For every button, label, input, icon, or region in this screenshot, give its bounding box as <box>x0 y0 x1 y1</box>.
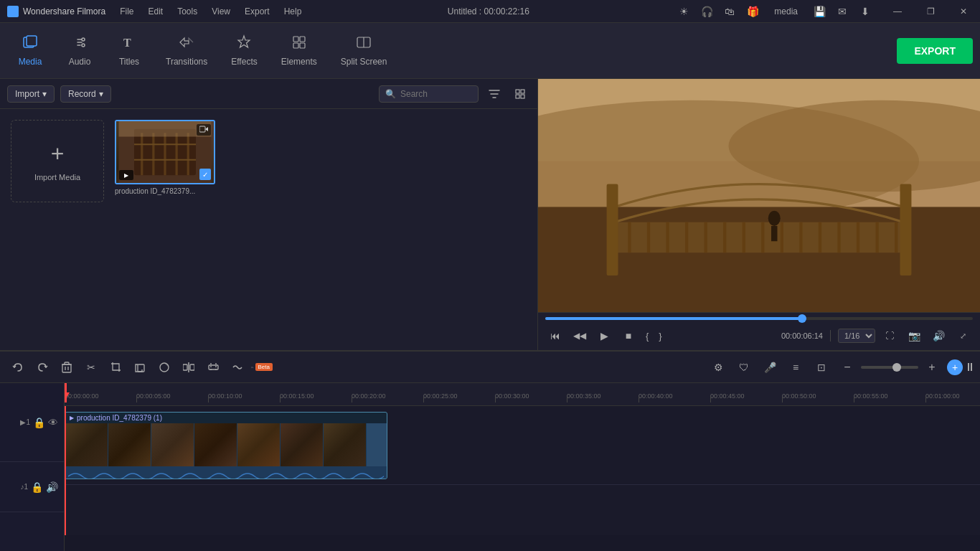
menu-tools[interactable]: Tools <box>170 0 204 23</box>
menu-view[interactable]: View <box>204 0 237 23</box>
redo-button[interactable] <box>32 357 53 378</box>
mic-button[interactable]: 🎤 <box>759 357 781 378</box>
preview-video <box>538 79 980 312</box>
play-overlay-icon: ▶ <box>119 170 133 180</box>
copy-button[interactable] <box>129 357 151 378</box>
bracket-left: { <box>643 331 651 342</box>
titles-label: Titles <box>119 57 139 67</box>
ruler-mark-6: 00:00:30:00 <box>495 392 529 400</box>
crop-button[interactable] <box>105 357 126 378</box>
svg-text:T: T <box>123 37 131 49</box>
menu-help[interactable]: Help <box>277 0 309 23</box>
play-button[interactable]: ▶ <box>594 326 614 346</box>
fullscreen-preview-button[interactable]: ⛶ <box>880 326 900 346</box>
undo-button[interactable] <box>7 357 29 378</box>
import-dropdown[interactable]: Import ▾ <box>7 85 55 103</box>
svg-rect-7 <box>300 37 305 42</box>
svg-rect-15 <box>521 95 524 98</box>
record-dropdown[interactable]: Record ▾ <box>60 85 111 103</box>
menu-bar: File Edit Tools View Export Help <box>113 0 308 23</box>
ruler-mark-8: 00:00:40:00 <box>639 392 673 400</box>
import-media-label: Import Media <box>34 173 80 182</box>
timeline-settings-button[interactable]: ⚙ <box>707 357 729 378</box>
audio-lock-icon[interactable]: 🔒 <box>31 481 43 493</box>
maximize-button[interactable]: ❐ <box>914 0 947 23</box>
import-media-box[interactable]: + Import Media <box>11 120 104 202</box>
toolbar-audio[interactable]: Audio <box>57 29 103 72</box>
toolbar-splitscreen[interactable]: Split Screen <box>331 29 397 72</box>
svg-rect-58 <box>138 364 144 372</box>
volume-button[interactable]: 🔊 <box>928 326 948 346</box>
delete-button[interactable] <box>56 357 77 378</box>
titles-icon: T <box>121 34 137 54</box>
color-button[interactable] <box>154 357 175 378</box>
toolbar-elements[interactable]: Elements <box>271 29 327 72</box>
ruler-mark-0: 00:00:00:00 <box>65 392 99 400</box>
progress-bar[interactable] <box>545 317 973 320</box>
track-eye-icon[interactable]: 👁 <box>48 417 58 428</box>
timeline-ruler[interactable]: 00:00:00:00 00:00:05:00 00:00:10:00 00:0… <box>65 383 980 406</box>
import-chevron-icon: ▾ <box>42 89 47 99</box>
audio-mix-button[interactable]: ≡ <box>785 357 806 378</box>
video-track: ▶ production ID_4782379 (1) <box>65 406 980 485</box>
mail-icon[interactable]: ✉ <box>834 3 851 20</box>
cut-button[interactable]: ✂ <box>80 357 102 378</box>
close-button[interactable]: ✕ <box>947 0 980 23</box>
menu-edit[interactable]: Edit <box>141 0 171 23</box>
step-back-button[interactable]: ⏮ <box>545 326 565 346</box>
fit-track-button[interactable] <box>202 357 224 378</box>
minimize-button[interactable]: — <box>881 0 914 23</box>
zoom-out-button[interactable]: − <box>837 357 858 378</box>
sun-icon[interactable]: ☀ <box>675 3 692 20</box>
export-button[interactable]: EXPORT <box>897 38 973 64</box>
screenshot-button[interactable]: 📷 <box>904 326 924 346</box>
fit-button[interactable]: ⤢ <box>953 326 973 346</box>
headphone-icon[interactable]: 🎧 <box>698 3 715 20</box>
download-icon[interactable]: ⬇ <box>857 3 874 20</box>
svg-rect-62 <box>190 364 194 370</box>
ruler-mark-12: 00:01:00:00 <box>925 392 960 400</box>
split-button[interactable] <box>178 357 199 378</box>
stop-button[interactable]: ■ <box>618 326 639 346</box>
menu-export[interactable]: Export <box>237 0 277 23</box>
search-input[interactable] <box>400 89 472 99</box>
audio-mute-icon[interactable]: 🔊 <box>46 481 58 493</box>
preview-panel: ⏮ ◀◀ ▶ ■ { } 00:00:06:14 1/16 1/8 1/4 1/… <box>538 79 980 350</box>
window-title: Untitled : 00:00:22:16 <box>308 6 668 17</box>
toolbar-effects[interactable]: Effects <box>221 29 267 72</box>
toolbar-transitions[interactable]: Transitions <box>156 29 217 72</box>
add-track-button[interactable]: + <box>947 359 963 375</box>
zoom-slider[interactable] <box>861 366 918 369</box>
search-bar: 🔍 <box>379 85 479 103</box>
title-icons: ☀ 🎧 🛍 🎁 media 💾 ✉ ⬇ <box>668 3 881 20</box>
svg-rect-13 <box>521 90 524 93</box>
shop-icon[interactable]: 🛍 <box>721 3 738 20</box>
record-label: Record <box>68 89 96 99</box>
menu-file[interactable]: File <box>113 0 141 23</box>
import-label: Import <box>15 89 39 99</box>
zoom-controls: − + <box>837 357 943 378</box>
track-lock-icon[interactable]: 🔒 <box>33 417 45 428</box>
timeline-toolbar: ✂ Beta ⚙ 🛡 🎤 ≡ ⊡ − <box>0 352 980 383</box>
gift-icon[interactable]: 🎁 <box>744 3 761 20</box>
save-icon[interactable]: 💾 <box>811 3 828 20</box>
timeline-pause-button[interactable]: ⏸ <box>967 359 973 375</box>
toolbar-titles[interactable]: T Titles <box>106 29 152 72</box>
zoom-in-button[interactable]: + <box>921 357 943 378</box>
svg-point-3 <box>82 38 85 41</box>
divider <box>830 330 831 342</box>
audio-detach-button[interactable] <box>227 357 248 378</box>
svg-rect-2 <box>27 36 37 46</box>
frame-back-button[interactable]: ◀◀ <box>570 326 590 346</box>
pip-button[interactable]: ⊡ <box>811 357 832 378</box>
video-clip[interactable]: ▶ production ID_4782379 (1) <box>65 412 387 479</box>
media-thumbnail-item[interactable]: ✓ ▶ production ID_4782379... <box>115 120 215 195</box>
filter-button[interactable] <box>484 84 504 104</box>
ai-feature-button[interactable]: Beta <box>251 357 273 378</box>
quality-select[interactable]: 1/16 1/8 1/4 1/2 Full <box>838 329 875 343</box>
progress-dot <box>798 314 806 323</box>
grid-view-button[interactable] <box>510 84 530 104</box>
shield-button[interactable]: 🛡 <box>733 357 755 378</box>
login-button[interactable]: media <box>767 5 805 18</box>
toolbar-media[interactable]: Media <box>7 29 53 72</box>
